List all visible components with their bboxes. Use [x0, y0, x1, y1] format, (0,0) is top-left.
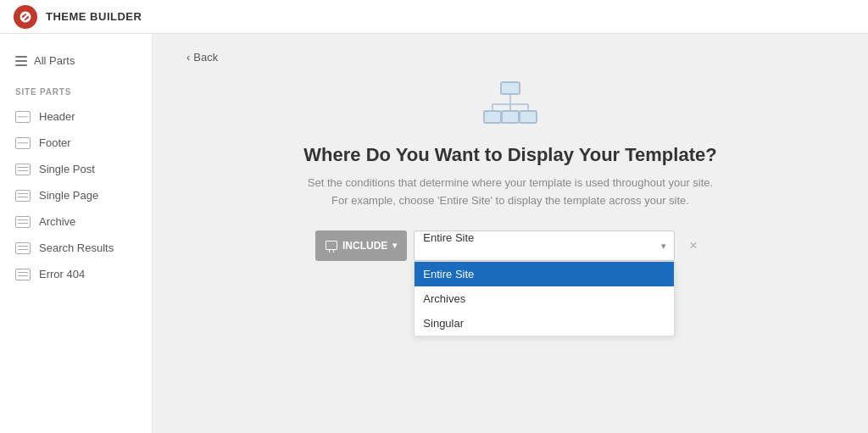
sidebar-item-label: Footer	[39, 136, 71, 149]
archive-icon	[15, 216, 31, 228]
back-button[interactable]: ‹ Back	[186, 51, 218, 64]
close-condition-button[interactable]: ×	[682, 234, 705, 258]
svg-rect-1	[484, 111, 501, 123]
subtitle-line1: Set the conditions that determine where …	[308, 176, 713, 189]
monitor-icon	[326, 241, 337, 250]
sidebar-item-label: Header	[39, 110, 75, 123]
sidebar-item-header[interactable]: Header	[0, 103, 152, 130]
dropdown-option-entire-site[interactable]: Entire Site	[415, 262, 674, 286]
include-label: INCLUDE	[342, 240, 387, 252]
single-page-icon	[15, 190, 31, 202]
error-404-icon	[15, 269, 31, 280]
sidebar: All Parts SITE PARTS Header Footer Singl…	[0, 34, 153, 433]
hamburger-icon	[15, 56, 27, 66]
center-content: Where Do You Want to Display Your Templa…	[214, 80, 807, 305]
svg-rect-3	[520, 111, 537, 123]
single-post-icon	[15, 164, 31, 175]
dropdown-list: Entire Site Archives Singular	[414, 261, 675, 336]
top-bar: THEME BUILDER	[0, 0, 868, 34]
sidebar-item-single-post[interactable]: Single Post	[0, 156, 152, 182]
main-subtitle: Set the conditions that determine where …	[308, 175, 713, 210]
include-button[interactable]: INCLUDE ▾	[315, 230, 407, 261]
subtitle-line2: For example, choose 'Entire Site' to dis…	[331, 194, 689, 207]
back-label: Back	[193, 51, 218, 64]
svg-rect-2	[502, 111, 519, 123]
sidebar-item-search-results[interactable]: Search Results	[0, 235, 152, 261]
sidebar-all-parts[interactable]: All Parts	[0, 47, 152, 74]
svg-rect-0	[501, 82, 520, 94]
sidebar-item-error-404[interactable]: Error 404	[0, 261, 152, 287]
sidebar-item-label: Archive	[39, 215, 75, 228]
sidebar-item-label: Single Post	[39, 163, 95, 175]
search-results-icon	[15, 242, 31, 254]
sidebar-item-archive[interactable]: Archive	[0, 208, 152, 235]
content-area: ‹ Back	[153, 34, 868, 433]
all-parts-label: All Parts	[34, 54, 75, 67]
footer-icon	[15, 137, 31, 149]
sidebar-item-label: Single Page	[39, 189, 98, 202]
main-title: Where Do You Want to Display Your Templa…	[303, 144, 716, 166]
main-layout: All Parts SITE PARTS Header Footer Singl…	[0, 34, 868, 433]
sidebar-item-single-page[interactable]: Single Page	[0, 182, 152, 208]
sidebar-item-label: Error 404	[39, 268, 85, 280]
sidebar-item-label: Search Results	[39, 241, 114, 254]
close-icon: ×	[689, 238, 697, 253]
app-logo	[14, 5, 37, 29]
dropdown-wrapper: Entire Site ▾ Entire Site Archives Singu…	[414, 230, 675, 261]
dropdown-display[interactable]: Entire Site	[414, 230, 675, 261]
sidebar-section-label: SITE PARTS	[0, 74, 152, 103]
header-icon	[15, 111, 31, 123]
condition-row: INCLUDE ▾ Entire Site ▾ Entire Site Arch…	[315, 230, 705, 261]
app-title: THEME BUILDER	[46, 10, 142, 23]
include-chevron-icon: ▾	[392, 241, 397, 250]
diagram-icon	[481, 80, 540, 130]
dropdown-option-archives[interactable]: Archives	[415, 286, 674, 311]
dropdown-option-singular[interactable]: Singular	[415, 311, 674, 336]
sidebar-item-footer[interactable]: Footer	[0, 130, 152, 156]
back-chevron-icon: ‹	[186, 51, 190, 64]
